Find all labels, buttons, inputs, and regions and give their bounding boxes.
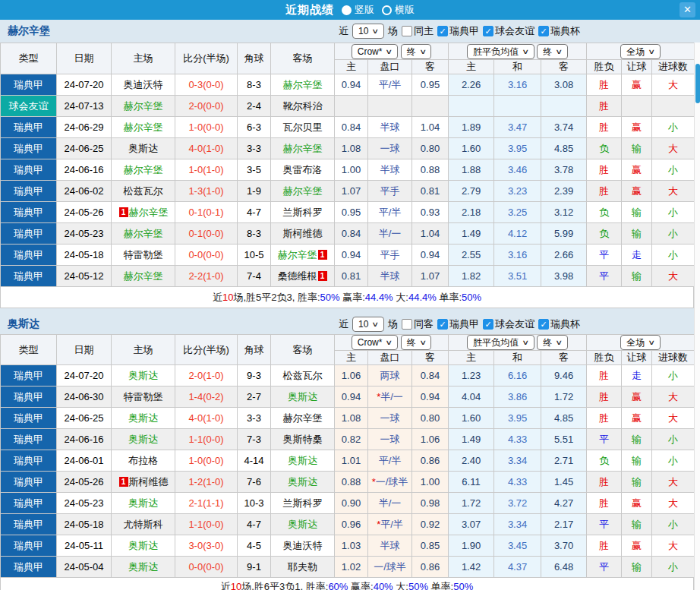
close-button[interactable]: ✕ [680, 2, 695, 17]
cell-away-team: 赫尔辛堡 [271, 138, 335, 159]
chevron-down-icon: ∨ [556, 336, 563, 349]
match-count-select[interactable]: 10 ∨ [352, 24, 384, 39]
layout-radio-horizontal[interactable]: 横版 [382, 3, 415, 17]
team-name: 奥斯达 [288, 391, 317, 402]
cell-date: 24-07-13 [57, 96, 112, 117]
league-checkbox-friendly[interactable]: ✓ 球会友谊 [483, 24, 534, 38]
cell-result-wdl: 胜 [587, 96, 622, 117]
league-checkbox-allsvenskan[interactable]: ✓ 瑞典甲 [437, 24, 479, 38]
euro-state-select[interactable]: 终∨ [537, 44, 568, 59]
cell-ah-line: 半球 [368, 535, 412, 557]
cell-date: 24-05-04 [57, 557, 112, 578]
league-checkbox-cup[interactable]: ✓ 瑞典杯 [538, 24, 580, 38]
cell-corner: 7-6 [238, 472, 271, 493]
cell-ah-line: 平/半 [368, 202, 412, 223]
cell-ah-home: 0.81 [335, 266, 368, 287]
same-venue-checkbox[interactable]: 同主 [402, 24, 434, 38]
col-goals-result: 进球数 [652, 60, 695, 74]
cell-ah-line: 一球 [368, 429, 412, 450]
team-name: 奥斯达 [128, 497, 158, 509]
cell-eu-home: 2.26 [449, 74, 494, 96]
cell-result-goals: 大 [652, 386, 695, 408]
cell-result-wdl: 平 [587, 514, 622, 535]
checkbox-unchecked-icon [402, 319, 412, 330]
asian-odds-group: Crow*∨ 终∨ [335, 335, 449, 351]
checkbox-unchecked-icon [402, 26, 412, 36]
summary-part: 赢率: [348, 581, 373, 590]
cell-away-team: 赫尔辛堡1 [271, 245, 335, 266]
same-venue-checkbox[interactable]: 同客 [402, 317, 434, 331]
cell-eu-away: 3.70 [541, 535, 587, 557]
league-checkbox-allsvenskan[interactable]: ✓ 瑞典甲 [437, 317, 479, 331]
match-row: 瑞典甲24-06-01布拉格1-0(0-0)4-14奥斯达1.01平/半0.86… [1, 450, 695, 472]
odds-state-select[interactable]: 终∨ [401, 335, 432, 350]
cell-score: 3-0(3-0) [175, 535, 238, 557]
match-row: 瑞典甲24-05-11奥斯达3-0(3-0)4-5奥迪沃特1.03半球0.851… [1, 535, 695, 557]
scrollbar-thumb[interactable] [695, 64, 700, 103]
summary-part: 场,胜5平2负3, 胜率: [233, 292, 320, 303]
team-name: 奥斯特桑 [283, 434, 323, 445]
cell-result-wdl: 胜 [587, 386, 622, 408]
col-wdl: 胜负 [587, 60, 622, 74]
team-name: 奥雷布洛 [283, 164, 323, 175]
cell-eu-home: 1.49 [449, 223, 494, 245]
cell-date: 24-06-25 [57, 408, 112, 429]
cell-corner: 10-5 [238, 245, 271, 266]
cell-home-team: 赫尔辛堡 [112, 96, 175, 117]
cell-ah-home: 1.08 [335, 408, 368, 429]
cell-ah-home: 1.02 [335, 557, 368, 578]
scope-select[interactable]: 全场∨ [620, 335, 661, 350]
cell-ah-home: 1.06 [335, 365, 368, 386]
odds-source-select[interactable]: Crow*∨ [352, 335, 398, 350]
match-count-select[interactable]: 10 ∨ [352, 317, 384, 332]
league-checkbox-friendly[interactable]: ✓ 球会友谊 [483, 317, 534, 331]
games-label: 场 [388, 24, 398, 38]
cell-result-handicap: 输 [622, 138, 652, 159]
odds-state-select[interactable]: 终∨ [401, 44, 432, 59]
col-handicap-result: 让球 [622, 351, 652, 365]
euro-source-select[interactable]: 胜平负均值∨ [467, 335, 534, 350]
cell-home-team: 赫尔辛堡 [112, 117, 175, 138]
cell-score: 1-0(1-0) [175, 159, 238, 181]
euro-state-select[interactable]: 终∨ [537, 335, 568, 350]
team-name: 奥斯达 [128, 412, 158, 424]
layout-radio-vertical[interactable]: 竖版 [342, 3, 374, 17]
cell-match-type: 瑞典甲 [1, 535, 57, 557]
col-score: 比分(半场) [175, 335, 238, 365]
cell-home-team: 布拉格 [112, 450, 175, 472]
cell-score: 1-3(1-0) [175, 181, 238, 202]
cell-eu-draw: 3.95 [494, 138, 541, 159]
chevron-down-icon: ∨ [648, 46, 656, 58]
cell-eu-away: 3.78 [541, 159, 587, 181]
cell-score: 1-1(0-0) [175, 429, 238, 450]
cell-eu-away: 5.51 [541, 429, 587, 450]
cell-corner: 1-9 [238, 181, 271, 202]
cell-result-goals: 小 [652, 514, 695, 535]
cell-eu-away: 3.12 [541, 202, 587, 223]
col-eu-home: 主 [449, 60, 494, 74]
cell-corner: 9-3 [238, 365, 271, 386]
cell-ah-home: 0.94 [335, 74, 368, 96]
scope-select[interactable]: 全场∨ [620, 44, 661, 59]
cell-away-team: 奥斯达 [271, 386, 335, 408]
euro-source-select[interactable]: 胜平负均值∨ [467, 44, 534, 59]
team-name: 赫尔辛堡 [283, 412, 323, 424]
col-eu-away: 客 [541, 351, 587, 365]
cell-result-goals: 大 [652, 266, 695, 287]
cell-ah-home: 0.95 [335, 202, 368, 223]
cell-match-type: 瑞典甲 [1, 493, 57, 514]
cell-ah-line: 半/一 [368, 223, 412, 245]
cell-home-team: 特雷勒堡 [112, 386, 175, 408]
league-checkbox-cup[interactable]: ✓ 瑞典杯 [538, 317, 580, 331]
cell-result-goals [652, 96, 695, 117]
section-divider [0, 308, 700, 314]
team-name: 斯柯维德 [129, 476, 169, 487]
odds-source-select[interactable]: Crow*∨ [352, 44, 398, 59]
team-name: 奥斯达 [128, 540, 158, 551]
horizontal-label: 横版 [395, 3, 415, 17]
chevron-down-icon: ∨ [372, 25, 380, 37]
cell-corner: 2-4 [238, 96, 271, 117]
chevron-down-icon: ∨ [522, 46, 529, 58]
cell-ah-away: 1.06 [412, 429, 449, 450]
summary-part: 单率: [428, 581, 453, 590]
